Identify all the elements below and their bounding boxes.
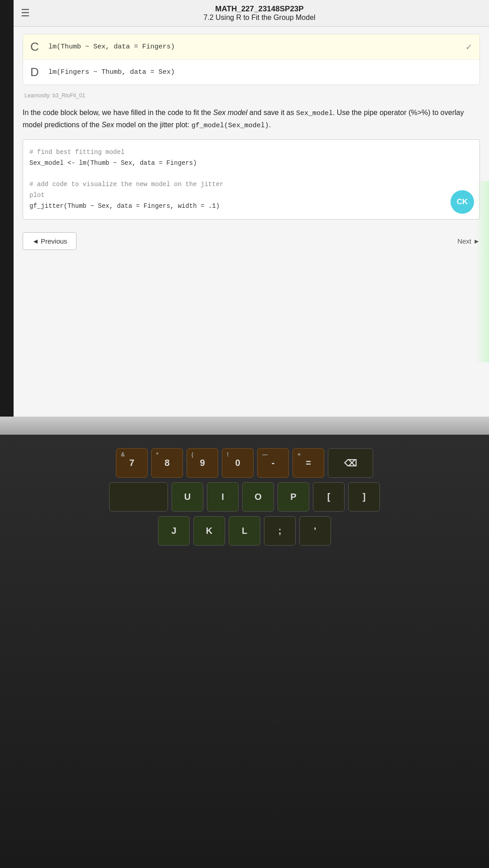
content-area: C lm(Thumb ~ Sex, data = Fingers) ✓ D lm… — [14, 27, 489, 436]
option-c-letter: C — [30, 40, 48, 54]
option-c-code: lm(Thumb ~ Sex, data = Fingers) — [48, 43, 462, 51]
key-o[interactable]: O — [242, 482, 274, 512]
code-block[interactable]: # find best fitting model Sex_model <- l… — [29, 147, 473, 212]
key-tab-area[interactable] — [109, 482, 168, 512]
keyboard-row-1: & 7 * 8 ( 9 ! 0 — - + = ⌫ — [116, 448, 373, 478]
key-bracket-left[interactable]: [ — [313, 482, 345, 512]
key-backspace[interactable]: ⌫ — [328, 448, 373, 478]
nav-bar: ◄ Previous Next ► — [23, 229, 480, 254]
top-bar: ☰ MATH_227_23148SP23P 7.2 Using R to Fit… — [14, 0, 489, 27]
key-9[interactable]: ( 9 — [187, 448, 218, 478]
code-line-5: gf_jitter(Thumb ~ Sex, data = Fingers, w… — [29, 202, 220, 210]
code-comment-1: # find best fitting model — [29, 149, 125, 156]
attribution-text: Learnosity: b3_RtoFit_01 — [23, 92, 480, 99]
body-text: In the code block below, we have filled … — [23, 107, 480, 131]
key-0[interactable]: ! 0 — [222, 448, 254, 478]
option-d-code: lm(Fingers ~ Thumb, data = Sex) — [48, 68, 472, 76]
option-d-row[interactable]: D lm(Fingers ~ Thumb, data = Sex) — [23, 60, 479, 85]
key-semicolon[interactable]: ; — [264, 516, 296, 546]
code-block-container: # find best fitting model Sex_model <- l… — [23, 139, 480, 220]
key-8[interactable]: * 8 — [151, 448, 183, 478]
key-l[interactable]: L — [229, 516, 260, 546]
key-equals[interactable]: + = — [292, 448, 324, 478]
option-c-row[interactable]: C lm(Thumb ~ Sex, data = Fingers) ✓ — [23, 34, 479, 60]
key-j[interactable]: J — [158, 516, 190, 546]
ok-button[interactable]: CK — [451, 190, 474, 214]
keyboard-row-2: U I O P [ ] — [109, 482, 380, 512]
key-minus[interactable]: — - — [257, 448, 289, 478]
key-quote[interactable]: ' — [299, 516, 331, 546]
green-glow-decoration — [475, 181, 489, 362]
option-d-letter: D — [30, 65, 48, 79]
key-i[interactable]: I — [207, 482, 239, 512]
page-title-line2: 7.2 Using R to Fit the Group Model — [37, 14, 482, 22]
key-p[interactable]: P — [278, 482, 309, 512]
code-comment-2: # add code to visualize the new model on… — [29, 181, 223, 199]
page-title-block: MATH_227_23148SP23P 7.2 Using R to Fit t… — [37, 5, 482, 22]
hamburger-icon[interactable]: ☰ — [21, 7, 30, 19]
laptop-screen: ☰ MATH_227_23148SP23P 7.2 Using R to Fit… — [14, 0, 489, 435]
key-u[interactable]: U — [172, 482, 203, 512]
answer-options: C lm(Thumb ~ Sex, data = Fingers) ✓ D lm… — [23, 34, 480, 85]
keyboard-area: & 7 * 8 ( 9 ! 0 — - + = ⌫ — [0, 435, 489, 868]
check-icon: ✓ — [465, 42, 472, 52]
code-line-2: Sex_model <- lm(Thumb ~ Sex, data = Fing… — [29, 159, 197, 167]
key-bracket-right[interactable]: ] — [348, 482, 380, 512]
previous-button[interactable]: ◄ Previous — [23, 232, 77, 250]
keyboard-row-3: J K L ; ' — [158, 516, 331, 546]
key-7[interactable]: & 7 — [116, 448, 148, 478]
page-title-line1: MATH_227_23148SP23P — [37, 5, 482, 14]
key-k[interactable]: K — [193, 516, 225, 546]
